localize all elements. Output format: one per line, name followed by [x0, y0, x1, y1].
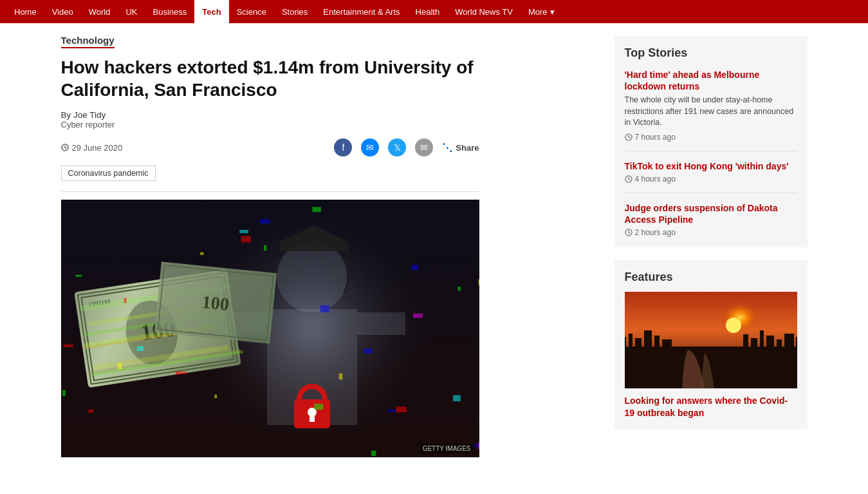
chevron-down-icon: ▾: [550, 7, 555, 17]
nav-tech[interactable]: Tech: [194, 0, 228, 23]
svg-rect-24: [760, 330, 764, 348]
svg-rect-21: [662, 339, 672, 348]
svg-rect-22: [743, 334, 748, 348]
email-share-button[interactable]: ✉: [415, 138, 433, 157]
svg-line-2: [65, 147, 67, 149]
svg-rect-26: [777, 339, 782, 348]
author-name: By Joe Tidy: [61, 110, 595, 120]
share-row: f ✉ 𝕏 ✉ ⋱ Share: [334, 138, 479, 157]
breadcrumb: Technology: [61, 35, 595, 46]
top-stories-box: Top Stories 'Hard time' ahead as Melbour…: [614, 36, 808, 247]
breadcrumb-link[interactable]: Technology: [61, 35, 115, 48]
svg-line-5: [629, 137, 631, 138]
story-2-link[interactable]: TikTok to exit Hong Kong 'within days': [625, 160, 797, 172]
clock-icon-1: [625, 133, 633, 141]
story-item-1: 'Hard time' ahead as Melbourne lockdown …: [625, 69, 797, 151]
nav-world[interactable]: World: [81, 0, 118, 23]
nav-video[interactable]: Video: [44, 0, 81, 23]
svg-rect-23: [751, 338, 757, 348]
nav-uk[interactable]: UK: [118, 0, 145, 23]
nav-home[interactable]: Home: [6, 0, 44, 23]
share-icon: ⋱: [442, 142, 452, 154]
svg-rect-17: [629, 334, 633, 348]
story-item-2: TikTok to exit Hong Kong 'within days' 4…: [625, 160, 797, 193]
features-image: [625, 292, 797, 388]
story-1-description: The whole city will be under stay-at-hom…: [625, 95, 797, 129]
article-date: 29 June 2020: [61, 143, 123, 153]
story-3-time: 2 hours ago: [625, 228, 797, 237]
svg-point-14: [726, 318, 741, 333]
clock-icon: [61, 144, 69, 151]
facebook-share-button[interactable]: f: [334, 138, 352, 157]
story-2-time: 4 hours ago: [625, 175, 797, 184]
main-content: Technology How hackers extorted $1.14m f…: [61, 23, 595, 457]
story-item-3: Judge orders suspension of Dakota Access…: [625, 202, 797, 237]
svg-rect-19: [644, 330, 652, 348]
messenger-share-button[interactable]: ✉: [361, 138, 379, 157]
nav-stories[interactable]: Stories: [274, 0, 315, 23]
tag-row: Coronavirus pandemic: [61, 166, 595, 181]
story-1-time: 7 hours ago: [625, 133, 797, 142]
twitter-share-button[interactable]: 𝕏: [388, 138, 406, 157]
svg-rect-18: [635, 338, 642, 348]
share-button[interactable]: ⋱ Share: [442, 142, 479, 154]
article-image-canvas: [61, 200, 479, 457]
byline: By Joe Tidy Cyber reporter: [61, 110, 595, 129]
image-credit: GETTY IMAGES: [420, 444, 474, 453]
nav-world-news-tv[interactable]: World News TV: [447, 0, 521, 23]
svg-rect-16: [625, 337, 626, 348]
nav-entertainment[interactable]: Entertainment & Arts: [315, 0, 407, 23]
sidebar: Top Stories 'Hard time' ahead as Melbour…: [614, 36, 808, 457]
top-navigation: Home Video World UK Business Tech Scienc…: [0, 0, 868, 23]
svg-rect-28: [796, 337, 797, 348]
svg-rect-25: [766, 336, 774, 348]
divider: [61, 191, 479, 192]
story-3-link[interactable]: Judge orders suspension of Dakota Access…: [625, 202, 797, 225]
features-heading: Features: [625, 271, 797, 284]
svg-line-8: [629, 179, 631, 180]
svg-rect-20: [654, 336, 660, 348]
features-box: Features: [614, 260, 808, 428]
clock-icon-3: [625, 229, 633, 236]
svg-rect-27: [784, 334, 794, 348]
nav-science[interactable]: Science: [229, 0, 274, 23]
nav-more-button[interactable]: More ▾: [521, 7, 562, 17]
clock-icon-2: [625, 175, 633, 183]
nav-business[interactable]: Business: [145, 0, 194, 23]
top-stories-heading: Top Stories: [625, 46, 797, 60]
feature-title[interactable]: Looking for answers where the Covid-19 o…: [625, 395, 797, 418]
story-1-link[interactable]: 'Hard time' ahead as Melbourne lockdown …: [625, 69, 797, 92]
nav-health[interactable]: Health: [408, 0, 448, 23]
article-title: How hackers extorted $1.14m from Univers…: [61, 56, 479, 101]
meta-row: 29 June 2020 f ✉ 𝕏 ✉ ⋱ Share: [61, 138, 479, 157]
article-image: GETTY IMAGES: [61, 200, 479, 457]
coronavirus-tag[interactable]: Coronavirus pandemic: [61, 166, 156, 181]
svg-line-11: [629, 233, 631, 234]
author-role: Cyber reporter: [61, 120, 595, 129]
